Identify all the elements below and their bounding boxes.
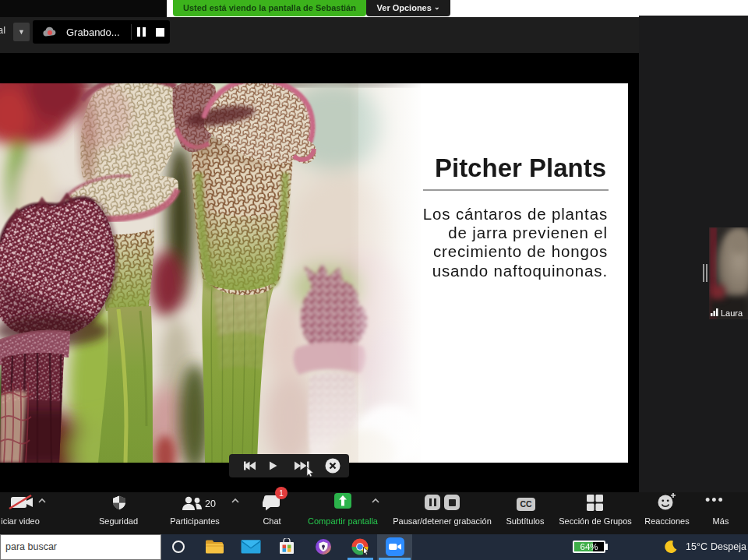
svg-text:Laura: Laura [721,308,743,318]
